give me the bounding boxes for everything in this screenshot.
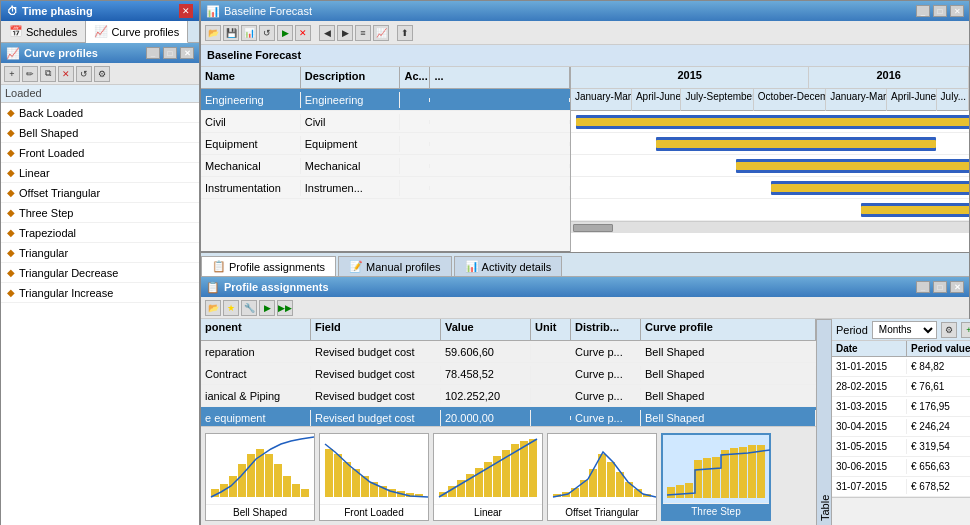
tb-arrow-l[interactable]: ◀ — [319, 25, 335, 41]
list-item-triangular-increase[interactable]: ◆ Triangular Increase — [1, 283, 199, 303]
list-item-icon: ◆ — [7, 187, 15, 198]
tab-profile-assignments[interactable]: 📋 Profile assignments — [201, 256, 336, 276]
thumbnail-three-step[interactable]: Three Step — [661, 433, 771, 521]
q3-2015: July-September — [681, 89, 753, 111]
ph-curve: Curve profile — [641, 319, 816, 340]
pa-tb5[interactable]: ▶▶ — [277, 300, 293, 316]
profile-row-4[interactable]: e equipment Revised budget cost 20.000,0… — [201, 407, 816, 426]
list-item-trapeziodal[interactable]: ◆ Trapeziodal — [1, 223, 199, 243]
forecast-close[interactable]: ✕ — [950, 5, 964, 17]
pr-value: 102.252,20 — [441, 388, 531, 404]
duplicate-button[interactable]: ⧉ — [40, 66, 56, 82]
period-row-7[interactable]: 31-07-2015 € 678,52 € 2.239,31 3,39% — [832, 477, 970, 497]
add-button[interactable]: + — [4, 66, 20, 82]
tab-manual-profiles[interactable]: 📝 Manual profiles — [338, 256, 452, 276]
period-panel-inner: Period Months Quarters Years ⚙ + ✕ Date … — [832, 319, 970, 525]
svg-rect-12 — [334, 454, 342, 497]
list-item-three-step[interactable]: ◆ Three Step — [1, 203, 199, 223]
pr-curve: Bell Shaped — [641, 410, 816, 426]
pp-close[interactable]: ✕ — [950, 281, 964, 293]
pr2-date: 28-02-2015 — [832, 379, 907, 394]
three-step-chart — [662, 435, 770, 503]
tb-arrow-r[interactable]: ▶ — [337, 25, 353, 41]
list-item-front-loaded[interactable]: ◆ Front Loaded — [1, 143, 199, 163]
profile-table-body: reparation Revised budget cost 59.606,60… — [201, 341, 816, 426]
gantt-col-name: Name — [201, 67, 301, 88]
close-panel-button[interactable]: ✕ — [180, 47, 194, 59]
pr-field: Revised budget cost — [311, 344, 441, 360]
tb-green[interactable]: ▶ — [277, 25, 293, 41]
period-settings-btn[interactable]: ⚙ — [941, 322, 957, 338]
period-row-1[interactable]: 31-01-2015 € 84,82 € 84,82 0,42% — [832, 357, 970, 377]
status-bar: Loaded — [1, 85, 199, 103]
period-add-btn[interactable]: + — [961, 322, 970, 338]
settings-button[interactable]: ⚙ — [94, 66, 110, 82]
tb-more[interactable]: ≡ — [355, 25, 371, 41]
gantt-scrollbar-thumb[interactable] — [573, 224, 613, 232]
tb-refresh[interactable]: ↺ — [259, 25, 275, 41]
pa-tb2[interactable]: ★ — [223, 300, 239, 316]
tb-delete[interactable]: ✕ — [295, 25, 311, 41]
gantt-row-mechanical[interactable]: Mechanical Mechanical — [201, 155, 570, 177]
period-select[interactable]: Months Quarters Years — [872, 321, 937, 339]
tab-activity-details[interactable]: 📊 Activity details — [454, 256, 563, 276]
list-item-linear[interactable]: ◆ Linear — [1, 163, 199, 183]
forecast-maximize[interactable]: □ — [933, 5, 947, 17]
table-toggle-button[interactable]: Table — [816, 319, 832, 525]
list-item-triangular-decrease[interactable]: ◆ Triangular Decrease — [1, 263, 199, 283]
thumbnail-label-offset: Offset Triangular — [548, 504, 656, 520]
tb-chart[interactable]: 📈 — [373, 25, 389, 41]
thumbnail-linear[interactable]: Linear — [433, 433, 543, 521]
list-item-icon: ◆ — [7, 227, 15, 238]
thumbnail-bell-shaped[interactable]: Bell Shaped — [205, 433, 315, 521]
gantt-horizontal-scrollbar[interactable] — [571, 221, 969, 233]
thumbnail-offset-triangular[interactable]: Offset Triangular — [547, 433, 657, 521]
pa-tb4[interactable]: ▶ — [259, 300, 275, 316]
refresh-button[interactable]: ↺ — [76, 66, 92, 82]
main-area: 📊 Baseline Forecast _ □ ✕ 📂 💾 📊 ↺ ▶ ✕ ◀ … — [200, 0, 970, 525]
gantt-row-engineering[interactable]: Engineering Engineering — [201, 89, 570, 111]
period-row-3[interactable]: 31-03-2015 € 176,95 € 338,37 0,88% — [832, 397, 970, 417]
tb-open[interactable]: 📂 — [205, 25, 221, 41]
gantt-row-civil[interactable]: Civil Civil — [201, 111, 570, 133]
tb-save[interactable]: 💾 — [223, 25, 239, 41]
list-item-offset-triangular[interactable]: ◆ Offset Triangular — [1, 183, 199, 203]
thumbnail-label-three-step: Three Step — [663, 503, 769, 519]
tab-schedules[interactable]: 📅 Schedules — [1, 21, 86, 42]
list-item-triangular[interactable]: ◆ Triangular — [1, 243, 199, 263]
tb-forecast[interactable]: 📊 — [241, 25, 257, 41]
period-row-5[interactable]: 31-05-2015 € 319,54 € 904,15 1,60% — [832, 437, 970, 457]
edit-button[interactable]: ✏ — [22, 66, 38, 82]
pr-unit — [531, 372, 571, 376]
list-item-back-loaded[interactable]: ◆ Back Loaded — [1, 103, 199, 123]
pa-tb1[interactable]: 📂 — [205, 300, 221, 316]
profile-row-1[interactable]: reparation Revised budget cost 59.606,60… — [201, 341, 816, 363]
period-row-6[interactable]: 30-06-2015 € 656,63 € 1.560,78 3,28% — [832, 457, 970, 477]
forecast-minimize[interactable]: _ — [916, 5, 930, 17]
ph-value: Value — [441, 319, 531, 340]
delete-button[interactable]: ✕ — [58, 66, 74, 82]
list-item-bell-shaped[interactable]: ◆ Bell Shaped — [1, 123, 199, 143]
main-title: Time phasing — [22, 5, 93, 17]
thumbnail-front-loaded[interactable]: Front Loaded — [319, 433, 429, 521]
maximize-button[interactable]: □ — [163, 47, 177, 59]
svg-rect-47 — [685, 483, 693, 498]
main-close-button[interactable]: ✕ — [179, 4, 193, 18]
pp-minimize[interactable]: _ — [916, 281, 930, 293]
gantt-bar-engineering-yellow — [576, 118, 969, 126]
pa-tb3[interactable]: 🔧 — [241, 300, 257, 316]
period-row-2[interactable]: 28-02-2015 € 76,61 € 161,42 0,38% — [832, 377, 970, 397]
profile-row-3[interactable]: ianical & Piping Revised budget cost 102… — [201, 385, 816, 407]
tb-export[interactable]: ⬆ — [397, 25, 413, 41]
list-item-icon: ◆ — [7, 127, 15, 138]
gantt-row-instrumentation[interactable]: Instrumentation Instrumen... — [201, 177, 570, 199]
tab-mp-icon: 📝 — [349, 260, 363, 273]
tab-curve-profiles[interactable]: 📈 Curve profiles — [86, 21, 188, 43]
pp-maximize[interactable]: □ — [933, 281, 947, 293]
period-row-4[interactable]: 30-04-2015 € 246,24 € 584,61 1,23% — [832, 417, 970, 437]
minimize-button[interactable]: _ — [146, 47, 160, 59]
pr-curve: Bell Shaped — [641, 344, 816, 360]
gantt-row-equipment[interactable]: Equipment Equipment — [201, 133, 570, 155]
top-tabs: 📅 Schedules 📈 Curve profiles — [1, 21, 199, 43]
profile-row-2[interactable]: Contract Revised budget cost 78.458,52 C… — [201, 363, 816, 385]
